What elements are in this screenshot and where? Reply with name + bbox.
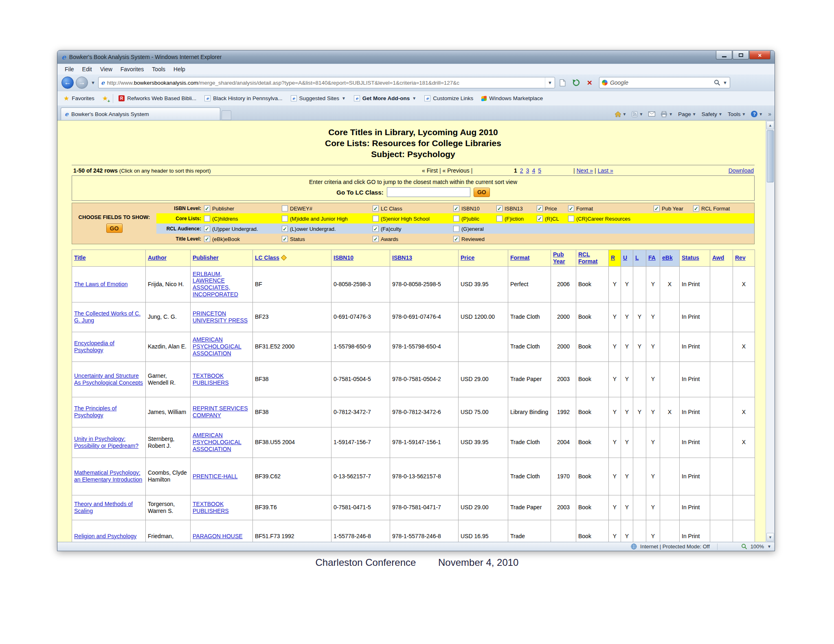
stop-button[interactable]: × — [584, 77, 595, 88]
publisher-link[interactable]: PRINCETON UNIVERSITY PRESS — [193, 310, 248, 324]
checkbox-rcl-format[interactable]: ✓ — [693, 205, 699, 211]
go-button[interactable]: GO — [474, 188, 490, 197]
checkbox-reviewed[interactable]: ✓ — [453, 236, 459, 242]
page-menu-button[interactable]: Page ▼ — [678, 111, 696, 117]
print-button[interactable]: ▼ — [661, 111, 673, 117]
checkbox-m-iddle-and-junior-high[interactable] — [282, 215, 288, 221]
search-box[interactable]: Google ▼ — [599, 77, 730, 88]
column-header-status[interactable]: Status — [680, 250, 710, 267]
publisher-link[interactable]: PRENTICE-HALL — [193, 473, 237, 480]
minimize-button[interactable] — [716, 51, 732, 59]
column-header-rcl_format[interactable]: RCL Format — [576, 250, 609, 267]
publisher-link[interactable]: PARAGON HOUSE — [193, 533, 243, 539]
next-link[interactable]: Next » — [577, 167, 593, 174]
column-header-format[interactable]: Format — [508, 250, 551, 267]
publisher-link[interactable]: TEXTBOOK PUBLISHERS — [193, 372, 229, 386]
column-header-lc_class[interactable]: LC Class — [253, 250, 331, 267]
favorites-item-suggested-sites[interactable]: e Suggested Sites ▼ — [288, 94, 349, 103]
title-link[interactable]: Uncertainty and Structure As Psychologic… — [74, 372, 143, 386]
scroll-up-button[interactable]: ▲ — [766, 121, 774, 129]
column-header-rev[interactable]: Rev — [733, 250, 755, 267]
page-5-link[interactable]: 5 — [538, 167, 541, 174]
zoom-dropdown-icon[interactable]: ▼ — [767, 544, 771, 549]
checkbox-s-enior-high-school[interactable] — [373, 215, 379, 221]
column-header-l[interactable]: L — [633, 250, 646, 267]
title-link[interactable]: The Laws of Emotion — [74, 281, 128, 287]
lc-class-input[interactable] — [387, 187, 470, 197]
favorites-item-customize-links[interactable]: e Customize Links — [421, 94, 476, 103]
checkbox-l-ower-undergrad[interactable]: ✓ — [282, 226, 288, 232]
checkbox-format[interactable]: ✓ — [568, 205, 574, 211]
safety-menu-button[interactable]: Safety ▼ — [702, 111, 722, 117]
home-button[interactable]: ▼ — [615, 111, 627, 117]
checkbox-cr-career-resources[interactable] — [568, 215, 574, 221]
checkbox-publisher[interactable]: ✓ — [204, 205, 210, 211]
checkbox-dewey[interactable] — [282, 205, 288, 211]
search-options-dropdown-icon[interactable]: ▼ — [723, 80, 727, 85]
menu-favorites[interactable]: Favorites — [116, 65, 148, 74]
new-tab-button[interactable] — [222, 110, 231, 120]
column-header-title[interactable]: Title — [72, 250, 146, 267]
favorites-item-windows-marketplace[interactable]: Windows Marketplace — [478, 94, 546, 103]
first-link[interactable]: « First — [422, 167, 438, 174]
menu-help[interactable]: Help — [169, 65, 189, 74]
title-link[interactable]: Theory and Methods of Scaling — [74, 501, 133, 514]
add-to-favorites-bar-button[interactable]: ★+ — [100, 93, 110, 104]
menu-tools[interactable]: Tools — [148, 65, 169, 74]
page-2-link[interactable]: 2 — [520, 167, 523, 174]
overflow-chevron-icon[interactable]: » — [768, 111, 771, 117]
publisher-link[interactable]: AMERICAN PSYCHOLOGICAL ASSOCIATION — [193, 432, 241, 452]
checkbox-c-hildrens[interactable] — [204, 215, 210, 221]
checkbox-f-iction[interactable] — [496, 215, 503, 221]
checkbox-pub-year[interactable]: ✓ — [654, 205, 660, 211]
checkbox-p-ublic[interactable] — [453, 215, 459, 221]
title-bar[interactable]: e Bowker's Book Analysis System - Window… — [57, 50, 775, 64]
scrollbar-thumb[interactable] — [767, 130, 774, 182]
recent-pages-dropdown-icon[interactable]: ▼ — [90, 80, 96, 85]
checkbox-g-eneral[interactable] — [453, 226, 459, 232]
column-header-publisher[interactable]: Publisher — [191, 250, 253, 267]
favorites-item-get-more-addons[interactable]: e Get More Add-ons ▼ — [351, 94, 419, 103]
title-link[interactable]: Encyclopedia of Psychology — [74, 340, 114, 353]
refresh-button[interactable] — [571, 77, 582, 88]
publisher-link[interactable]: REPRINT SERVICES COMPANY — [193, 405, 248, 418]
search-icon[interactable] — [714, 79, 720, 86]
maximize-button[interactable] — [733, 51, 749, 59]
column-header-fa[interactable]: FA — [646, 250, 660, 267]
favorites-item-refworks[interactable]: R Refworks Web Based Bibli... — [116, 94, 199, 103]
favorites-item-black-history[interactable]: e Black History in Pennsylva... — [202, 94, 285, 103]
menu-view[interactable]: View — [96, 65, 116, 74]
title-link[interactable]: Religion and Psychology — [74, 533, 136, 539]
download-link[interactable]: Download — [729, 167, 754, 174]
tab-bowkers[interactable]: e Bowker's Book Analysis System — [61, 107, 220, 120]
checkbox-r-cl[interactable]: ✓ — [537, 215, 543, 221]
title-link[interactable]: Unity in Psychology: Possibility or Pipe… — [74, 436, 138, 449]
compatibility-view-button[interactable] — [557, 77, 568, 88]
title-link[interactable]: The Principles of Psychology — [74, 405, 116, 418]
read-mail-button[interactable] — [648, 112, 655, 116]
back-button[interactable]: ← — [61, 77, 74, 89]
column-header-ebk[interactable]: eBk — [660, 250, 680, 267]
checkbox-isbn10[interactable]: ✓ — [453, 205, 459, 211]
checkbox-status[interactable]: ✓ — [282, 236, 288, 242]
fields-go-button[interactable]: GO — [106, 223, 123, 233]
menu-file[interactable]: File — [61, 65, 78, 74]
tools-menu-button[interactable]: Tools ▼ — [728, 111, 746, 117]
checkbox-lc-class[interactable]: ✓ — [373, 205, 379, 211]
zoom-level[interactable]: 100% — [751, 543, 764, 550]
column-header-pub_year[interactable]: Pub Year — [551, 250, 576, 267]
feeds-button[interactable]: ▼ — [632, 111, 643, 117]
menu-edit[interactable]: Edit — [78, 65, 96, 74]
checkbox-ebk-ebook[interactable]: ✓ — [204, 236, 210, 242]
favorites-button[interactable]: ★ Favorites — [61, 93, 97, 104]
column-header-awd[interactable]: Awd — [710, 250, 733, 267]
title-link[interactable]: Mathematical Psychology; an Elementary I… — [74, 469, 142, 483]
checkbox-isbn13[interactable]: ✓ — [496, 205, 503, 211]
column-header-isbn10[interactable]: ISBN10 — [331, 250, 390, 267]
publisher-link[interactable]: ERLBAUM, LAWRENCE ASSOCIATES, INCORPORAT… — [193, 271, 238, 298]
vertical-scrollbar[interactable]: ▲ ▼ — [766, 120, 775, 542]
scroll-down-button[interactable]: ▼ — [766, 533, 774, 541]
column-header-author[interactable]: Author — [146, 250, 191, 267]
checkbox-fa-culty[interactable]: ✓ — [373, 226, 379, 232]
column-header-isbn13[interactable]: ISBN13 — [390, 250, 459, 267]
